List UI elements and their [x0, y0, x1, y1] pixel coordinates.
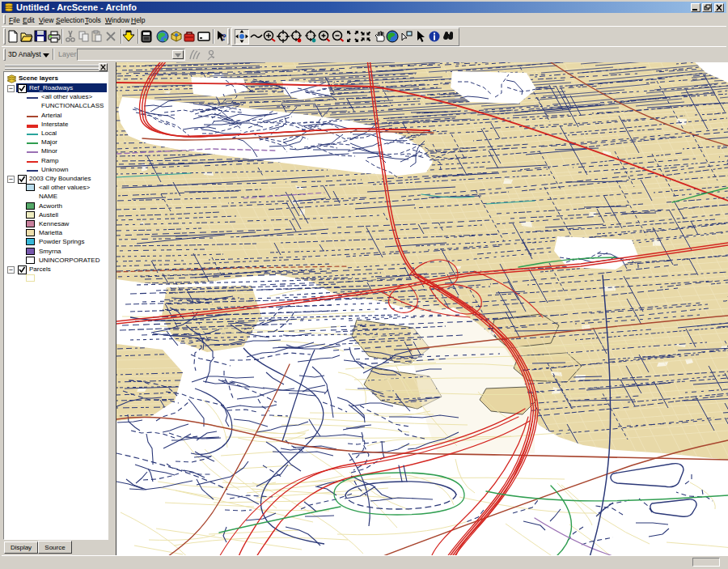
svg-text:?: ?: [222, 32, 226, 43]
